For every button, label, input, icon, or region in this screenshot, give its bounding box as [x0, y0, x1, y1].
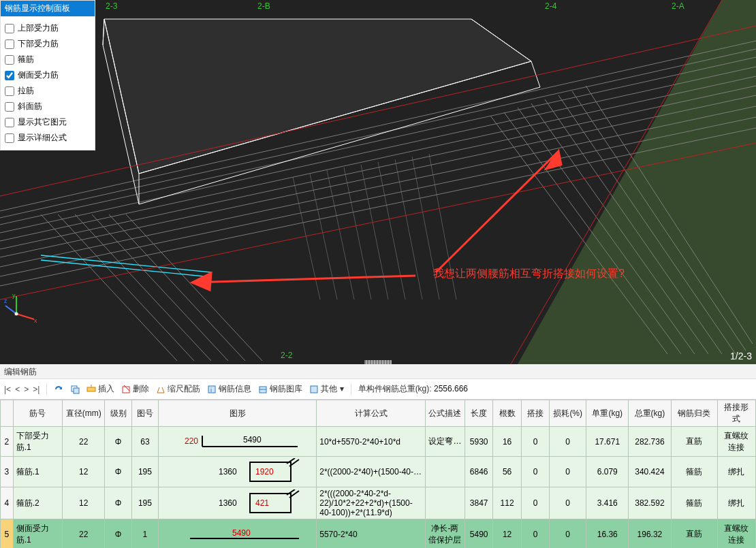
panel-checkbox-6[interactable]	[5, 118, 14, 127]
table-cell[interactable]: 5	[1, 519, 14, 549]
table-cell[interactable]: 340.424	[629, 457, 671, 487]
table-cell[interactable]: 直筋	[671, 519, 717, 549]
column-header[interactable]: 筋号	[13, 400, 63, 427]
table-cell[interactable]: 6846	[464, 457, 492, 487]
table-cell[interactable]: 0	[550, 487, 586, 519]
table-cell[interactable]: 2*(((2000-2*40-2*d-22)/10*2+22+2*d)+(150…	[317, 487, 426, 519]
table-cell[interactable]: 196.32	[629, 519, 671, 549]
panel-option-4[interactable]: 拉筋	[5, 83, 91, 99]
panel-option-7[interactable]: 显示详细公式	[5, 130, 91, 146]
refresh-icon[interactable]	[54, 385, 63, 394]
column-header[interactable]: 计算公式	[317, 400, 426, 427]
column-header[interactable]: 搭接	[521, 400, 549, 427]
table-cell[interactable]: 22	[63, 427, 105, 457]
column-header[interactable]: 图号	[131, 400, 158, 427]
table-cell[interactable]: Φ	[105, 519, 131, 549]
table-cell[interactable]: 0	[521, 457, 549, 487]
panel-checkbox-7[interactable]	[5, 133, 14, 143]
table-cell[interactable]: 63	[131, 427, 158, 457]
table-cell[interactable]: 绑扎	[717, 487, 755, 519]
table-row[interactable]: 3箍筋.112Φ195136019202*((2000-2*40)+(1500-…	[1, 457, 756, 487]
library-button[interactable]: 钢筋图库	[258, 383, 302, 395]
delete-button[interactable]: 删除	[121, 383, 149, 395]
panel-option-5[interactable]: 斜面筋	[5, 99, 91, 114]
table-cell[interactable]: Φ	[105, 427, 131, 457]
column-header[interactable]: 长度	[464, 400, 492, 427]
table-cell[interactable]: 绑扎	[717, 457, 755, 487]
table-cell[interactable]: Φ	[105, 487, 131, 519]
table-cell[interactable]: Φ	[105, 457, 131, 487]
column-header[interactable]: 单重(kg)	[586, 400, 629, 427]
table-cell[interactable]: 2*((2000-2*40)+(1500-40-…	[317, 457, 426, 487]
table-cell[interactable]	[425, 487, 464, 519]
panel-option-1[interactable]: 下部受力筋	[5, 36, 91, 52]
panel-option-2[interactable]: 箍筋	[5, 52, 91, 67]
table-cell[interactable]: 12	[493, 519, 521, 549]
column-header[interactable]	[1, 400, 14, 427]
table-cell[interactable]: 2	[1, 427, 14, 457]
column-header[interactable]: 图形	[159, 400, 317, 427]
table-cell[interactable]: 16	[493, 427, 521, 457]
table-cell[interactable]: 6.079	[586, 457, 629, 487]
table-cell[interactable]: 下部受力筋.1	[13, 427, 63, 457]
panel-checkbox-3[interactable]	[5, 71, 14, 80]
nav-last[interactable]: >|	[33, 385, 40, 394]
table-cell[interactable]: 22	[63, 519, 105, 549]
copy-icon[interactable]	[70, 385, 80, 394]
column-header[interactable]: 级别	[105, 400, 131, 427]
table-cell[interactable]: 直螺纹连接	[717, 427, 755, 457]
panel-checkbox-2[interactable]	[5, 55, 14, 65]
table-cell[interactable]: 侧面受力筋.1	[13, 519, 63, 549]
column-header[interactable]: 总重(kg)	[629, 400, 671, 427]
table-cell[interactable]: 直螺纹连接	[717, 519, 755, 549]
axis-gizmo[interactable]: x y z	[4, 292, 38, 326]
scale-button[interactable]: 缩尺配筋	[156, 383, 200, 395]
table-cell[interactable]: 0	[521, 427, 549, 457]
info-button[interactable]: i 钢筋信息	[207, 383, 251, 395]
table-cell[interactable]: 1	[131, 519, 158, 549]
panel-checkbox-4[interactable]	[5, 86, 14, 96]
rebar-table[interactable]: 筋号直径(mm)级别图号图形计算公式公式描述长度根数搭接损耗(%)单重(kg)总…	[0, 400, 756, 548]
column-header[interactable]: 公式描述	[425, 400, 464, 427]
table-cell[interactable]: 5570-2*40	[317, 519, 426, 549]
insert-button[interactable]: 插入	[86, 383, 114, 395]
table-cell[interactable]: 0	[521, 487, 549, 519]
table-cell[interactable]: 5930	[464, 427, 492, 457]
column-header[interactable]: 直径(mm)	[63, 400, 105, 427]
table-cell[interactable]: 直筋	[671, 427, 717, 457]
table-cell[interactable]: 5490	[464, 519, 492, 549]
table-cell[interactable]: 282.736	[629, 427, 671, 457]
table-row[interactable]: 4箍筋.212Φ19513604212*(((2000-2*40-2*d-22)…	[1, 487, 756, 519]
table-cell[interactable]: 3.416	[586, 487, 629, 519]
table-cell[interactable]: 16.36	[586, 519, 629, 549]
table-cell[interactable]: 设定弯…	[425, 427, 464, 457]
table-cell[interactable]: 0	[550, 427, 586, 457]
column-header[interactable]: 搭接形式	[717, 400, 755, 427]
table-cell[interactable]: 195	[131, 457, 158, 487]
panel-checkbox-1[interactable]	[5, 39, 14, 49]
panel-option-3[interactable]: 侧面受力筋	[5, 67, 91, 83]
table-cell[interactable]: 0	[521, 519, 549, 549]
panel-option-0[interactable]: 上部受力筋	[5, 20, 91, 36]
table-row[interactable]: 2下部受力筋.122Φ63220549010*d+5570-2*40+10*d设…	[1, 427, 756, 457]
table-cell[interactable]: 0	[550, 519, 586, 549]
nav-next[interactable]: >	[24, 385, 29, 394]
table-cell[interactable]: 3	[1, 457, 14, 487]
table-cell[interactable]: 195	[131, 487, 158, 519]
panel-checkbox-5[interactable]	[5, 102, 14, 112]
table-cell[interactable]: 箍筋.1	[13, 457, 63, 487]
table-cell[interactable]: 箍筋	[671, 457, 717, 487]
shape-cell[interactable]: 5490	[159, 519, 317, 549]
column-header[interactable]: 根数	[493, 400, 521, 427]
nav-first[interactable]: |<	[4, 385, 11, 394]
shape-cell[interactable]: 1360421	[159, 487, 317, 519]
column-header[interactable]: 损耗(%)	[550, 400, 586, 427]
column-header[interactable]: 钢筋归类	[671, 400, 717, 427]
table-cell[interactable]: 382.592	[629, 487, 671, 519]
other-dropdown[interactable]: 其他 ▾	[309, 383, 343, 395]
panel-option-6[interactable]: 显示其它图元	[5, 114, 91, 130]
table-cell[interactable]: 112	[493, 487, 521, 519]
nav-prev[interactable]: <	[15, 385, 20, 394]
table-cell[interactable]: 56	[493, 457, 521, 487]
panel-checkbox-0[interactable]	[5, 24, 14, 33]
